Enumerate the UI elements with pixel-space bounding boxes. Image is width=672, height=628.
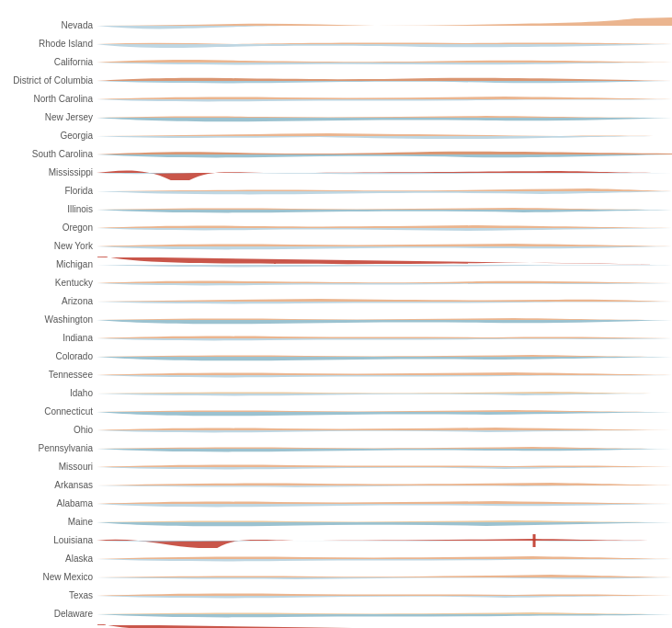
- state-label: Colorado: [0, 351, 97, 361]
- state-label: Washington: [0, 314, 97, 325]
- chart-row: Washington: [0, 311, 672, 328]
- chart-row: Delaware: [0, 605, 672, 622]
- chart-row: Indiana: [0, 329, 672, 347]
- chart-row: Alaska: [0, 550, 672, 567]
- state-chart: [97, 588, 672, 604]
- chart-row: Kentucky: [0, 274, 672, 291]
- chart-row: Missouri: [0, 458, 672, 475]
- state-label: Missouri: [0, 462, 97, 472]
- chart-row: North Carolina: [0, 90, 672, 108]
- state-chart: [97, 238, 672, 255]
- chart-row: Rhode Island: [0, 35, 672, 52]
- state-chart: [97, 312, 672, 328]
- state-chart: [97, 367, 672, 383]
- state-label: Mississippi: [0, 167, 97, 177]
- state-label: Arizona: [0, 296, 97, 306]
- state-label: Tennessee: [0, 370, 97, 380]
- state-chart: [97, 73, 672, 89]
- chart-row: Texas: [0, 587, 672, 604]
- state-label: Kentucky: [0, 278, 97, 288]
- chart-row: West Virginia: [0, 623, 672, 628]
- state-label: California: [0, 57, 97, 67]
- state-label: Indiana: [0, 333, 97, 343]
- state-label: New York: [0, 241, 97, 251]
- state-label: Rhode Island: [0, 39, 97, 49]
- chart-row: Florida: [0, 182, 672, 200]
- state-label: Arkansas: [0, 480, 97, 490]
- chart-row: Michigan: [0, 256, 672, 273]
- state-chart: [97, 146, 672, 163]
- chart-row: Colorado: [0, 348, 672, 365]
- state-chart: [97, 496, 672, 512]
- chart-row: Connecticut: [0, 403, 672, 420]
- state-chart: [97, 109, 672, 126]
- state-label: Delaware: [0, 609, 97, 619]
- state-label: Alabama: [0, 498, 97, 508]
- state-label: Georgia: [0, 131, 97, 141]
- state-label: Oregon: [0, 223, 97, 233]
- state-label: Nevada: [0, 20, 97, 30]
- state-chart: [97, 165, 672, 181]
- chart-row: Nevada: [0, 17, 672, 34]
- state-chart: [97, 201, 672, 218]
- state-label: New Mexico: [0, 572, 97, 582]
- chart-row: New Mexico: [0, 568, 672, 586]
- state-label: District of Columbia: [0, 75, 97, 86]
- chart-row: Ohio: [0, 421, 672, 439]
- state-label: Illinois: [0, 204, 97, 214]
- chart-row: Louisiana: [0, 531, 672, 549]
- chart-row: District of Columbia: [0, 72, 672, 89]
- state-chart: [97, 532, 672, 549]
- state-label: Louisiana: [0, 535, 97, 545]
- state-chart: [97, 36, 672, 52]
- chart-row: Alabama: [0, 495, 672, 512]
- chart-row: Pennsylvania: [0, 440, 672, 457]
- state-label: Ohio: [0, 425, 97, 435]
- state-label: Alaska: [0, 554, 97, 564]
- state-label: Idaho: [0, 388, 97, 398]
- state-chart: [97, 459, 672, 475]
- chart-row: Georgia: [0, 127, 672, 144]
- chart-row: Mississippi: [0, 164, 672, 181]
- rows-container: NevadaRhode IslandCaliforniaDistrict of …: [0, 17, 672, 628]
- chart-row: California: [0, 53, 672, 71]
- state-chart: [97, 293, 672, 310]
- state-label: Texas: [0, 590, 97, 600]
- state-chart: [97, 440, 672, 457]
- state-chart: [97, 514, 672, 531]
- svg-rect-29: [533, 534, 536, 547]
- chart-row: Illinois: [0, 200, 672, 218]
- chart-row: Oregon: [0, 219, 672, 236]
- state-chart: [97, 606, 672, 622]
- chart-row: Tennessee: [0, 366, 672, 383]
- state-label: Florida: [0, 186, 97, 196]
- state-chart: [97, 220, 672, 236]
- state-chart: [97, 257, 672, 273]
- state-label: North Carolina: [0, 94, 97, 104]
- state-chart: [97, 17, 672, 34]
- state-chart: [97, 404, 672, 420]
- chart-row: Maine: [0, 513, 672, 531]
- state-chart: [97, 551, 672, 567]
- state-chart: [97, 348, 672, 365]
- state-label: South Carolina: [0, 149, 97, 159]
- state-chart: [97, 385, 672, 402]
- state-chart: [97, 569, 672, 586]
- chart-row: New York: [0, 237, 672, 255]
- chart-row: South Carolina: [0, 145, 672, 163]
- state-chart: [97, 128, 672, 144]
- state-chart: [97, 422, 672, 439]
- state-chart: [97, 54, 672, 71]
- state-chart: [97, 477, 672, 494]
- state-label: New Jersey: [0, 112, 97, 122]
- chart-row: Arkansas: [0, 476, 672, 494]
- state-chart: [97, 183, 672, 200]
- state-chart: [97, 330, 672, 347]
- state-label: Connecticut: [0, 406, 97, 417]
- state-chart: [97, 91, 672, 108]
- state-chart: [97, 275, 672, 291]
- chart-row: Idaho: [0, 384, 672, 402]
- state-label: Michigan: [0, 259, 97, 269]
- chart-row: Arizona: [0, 292, 672, 310]
- chart-container: NevadaRhode IslandCaliforniaDistrict of …: [0, 0, 672, 628]
